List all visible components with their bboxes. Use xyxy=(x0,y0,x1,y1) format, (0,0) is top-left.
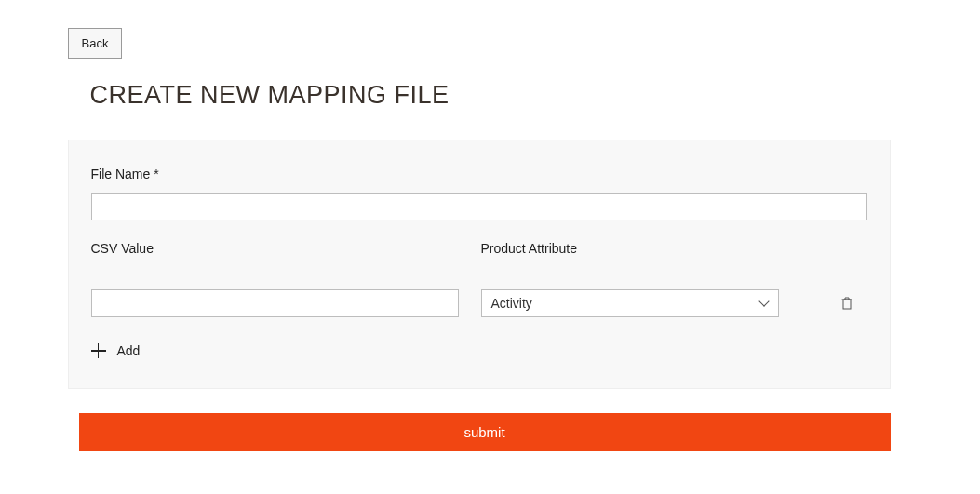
submit-button-label: submit xyxy=(463,424,504,440)
chevron-down-icon xyxy=(759,299,769,308)
mapping-row: Activity xyxy=(91,289,867,317)
file-name-input[interactable] xyxy=(91,193,867,220)
trash-icon xyxy=(841,297,852,310)
page-title: CREATE NEW MAPPING FILE xyxy=(90,81,891,110)
file-name-label: File Name * xyxy=(91,167,867,181)
add-row-button[interactable]: Add xyxy=(91,340,867,362)
add-row-label: Add xyxy=(117,343,141,358)
mapping-header: CSV Value Product Attribute xyxy=(91,241,867,267)
back-button-label: Back xyxy=(82,36,109,50)
product-attribute-label: Product Attribute xyxy=(481,241,867,256)
csv-value-label: CSV Value xyxy=(91,241,459,256)
product-attribute-selected: Activity xyxy=(491,296,759,311)
back-button[interactable]: Back xyxy=(68,28,123,59)
plus-icon xyxy=(91,343,106,358)
submit-button[interactable]: submit xyxy=(79,413,891,451)
product-attribute-select[interactable]: Activity xyxy=(481,289,779,317)
form-card: File Name * CSV Value Product Attribute … xyxy=(68,140,891,389)
delete-row-button[interactable] xyxy=(838,294,856,313)
csv-value-input[interactable] xyxy=(91,289,459,317)
svg-rect-0 xyxy=(843,300,851,309)
